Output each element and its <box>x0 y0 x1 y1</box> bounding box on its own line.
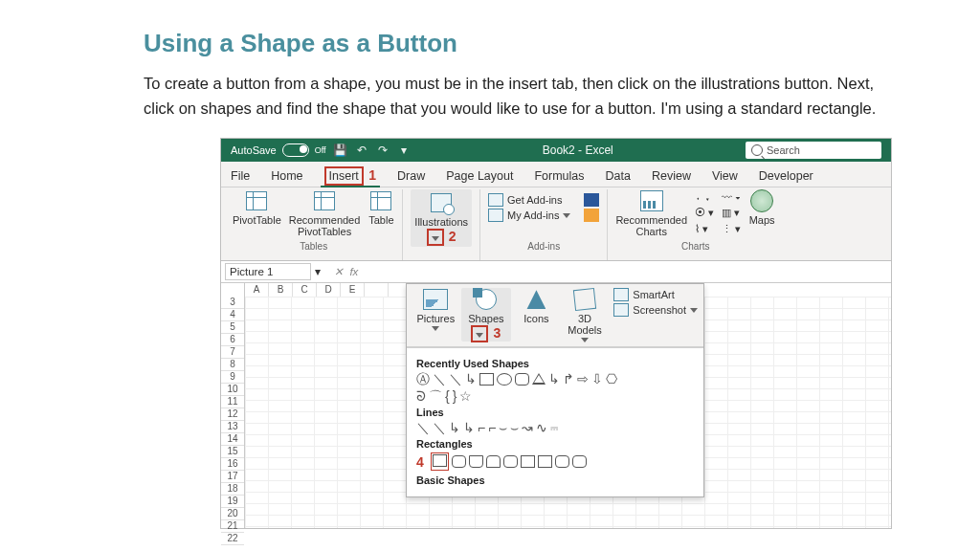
shape-brace-right[interactable]: } <box>453 389 457 403</box>
column-header[interactable]: D <box>317 283 341 297</box>
shape-rounded-rect[interactable] <box>452 455 466 468</box>
autosave-toggle[interactable]: AutoSave Off <box>231 143 326 157</box>
chart-type-button[interactable]: ⋮ ▾ <box>722 223 741 235</box>
shape-scribble[interactable]: ∿ <box>536 421 547 434</box>
shape-line[interactable]: ＼ <box>433 372 446 386</box>
shape-textbox[interactable]: Ⓐ <box>416 372 430 386</box>
smartart-button[interactable]: SmartArt <box>613 288 698 301</box>
shapes-button[interactable]: Shapes 3 <box>461 288 512 341</box>
chart-type-button[interactable]: ▥ ▾ <box>722 207 741 219</box>
row-header[interactable]: 22 <box>221 533 244 545</box>
shape-brace-left[interactable]: { <box>445 389 450 403</box>
redo-icon[interactable]: ↷ <box>376 143 390 157</box>
tab-file[interactable]: File <box>227 165 254 187</box>
row-header[interactable]: 14 <box>221 433 244 446</box>
shape-rounded-rect[interactable] <box>572 455 587 468</box>
shape-rectangle[interactable] <box>431 452 449 471</box>
shape-connector[interactable]: ↳ <box>465 372 477 386</box>
shape-rectangle[interactable] <box>479 373 494 386</box>
row-header[interactable]: 19 <box>221 496 244 508</box>
shape-arrow[interactable]: ↱ <box>563 372 574 386</box>
chart-type-button[interactable]: 〰 ▾ <box>722 191 741 203</box>
qat-more-icon[interactable]: ▾ <box>397 143 411 157</box>
shape-elbow[interactable]: ⌐ <box>488 421 496 434</box>
tab-page-layout[interactable]: Page Layout <box>442 165 517 187</box>
row-header[interactable]: 9 <box>221 371 244 384</box>
shape-rectangle[interactable] <box>521 455 535 468</box>
undo-icon[interactable]: ↶ <box>355 143 368 157</box>
tab-data[interactable]: Data <box>602 165 635 187</box>
column-header[interactable]: A <box>245 283 269 297</box>
row-header[interactable]: 11 <box>221 396 244 408</box>
row-header[interactable]: 15 <box>221 446 244 458</box>
column-header[interactable]: C <box>293 283 317 297</box>
screenshot-button[interactable]: Screenshot <box>613 303 698 317</box>
tab-view[interactable]: View <box>708 165 742 187</box>
shape-star[interactable]: ☆ <box>459 389 472 403</box>
row-header[interactable]: 21 <box>221 520 244 533</box>
tab-developer[interactable]: Developer <box>755 165 817 187</box>
row-header[interactable]: 16 <box>221 458 244 471</box>
row-header[interactable]: 5 <box>221 321 244 334</box>
tab-home[interactable]: Home <box>267 165 306 187</box>
my-addins-button[interactable]: My Add-ins <box>488 209 570 222</box>
row-header[interactable]: 3 <box>221 297 244 309</box>
get-addins-button[interactable]: Get Add-ins <box>488 193 570 207</box>
search-input[interactable]: Search <box>746 142 881 159</box>
maps-button[interactable]: Maps <box>748 189 775 226</box>
recommended-charts-button[interactable]: Recommended Charts <box>615 189 687 237</box>
shape-curve[interactable]: ᘐ <box>416 389 426 403</box>
name-box[interactable]: Picture 1 <box>225 263 311 280</box>
column-header[interactable]: B <box>269 283 293 297</box>
chart-type-button[interactable]: ⦿ ▾ <box>695 207 714 219</box>
shape-rounded-rect[interactable] <box>555 455 569 468</box>
worksheet[interactable]: 345678910111213141516171819202122 ABCDEN… <box>221 283 891 528</box>
shape-connector[interactable]: ↳ <box>463 421 475 434</box>
tab-formulas[interactable]: Formulas <box>530 165 588 187</box>
shape-triangle[interactable] <box>532 373 546 385</box>
row-header[interactable]: 17 <box>221 471 244 483</box>
tab-review[interactable]: Review <box>648 165 695 187</box>
shape-line[interactable]: ＼ <box>433 421 446 434</box>
shape-curve[interactable]: ⌣ <box>499 421 507 434</box>
shape-snip-rect[interactable] <box>469 455 483 468</box>
shape-rectangle[interactable] <box>538 455 552 468</box>
shape-line[interactable]: ＼ <box>416 421 430 434</box>
row-header[interactable]: 10 <box>221 384 244 396</box>
visio-icon[interactable] <box>584 193 599 207</box>
fx-icon[interactable]: ✕ fx <box>334 265 358 278</box>
name-box-dropdown[interactable]: ▾ <box>311 265 324 278</box>
shape-freeform[interactable]: ⎓ <box>550 421 558 434</box>
row-header[interactable]: 12 <box>221 408 244 421</box>
row-header[interactable]: 6 <box>221 334 244 346</box>
shape-connector[interactable]: ↳ <box>449 421 460 434</box>
pivottable-button[interactable]: PivotTable <box>233 189 281 226</box>
shape-rounded-rect[interactable] <box>503 455 518 468</box>
icons-button[interactable]: Icons <box>513 288 560 324</box>
shape-freeform[interactable]: ⌒ <box>429 389 442 403</box>
chart-type-button[interactable]: ⌇ ▾ <box>695 223 714 235</box>
bing-icon[interactable] <box>584 209 599 222</box>
tab-insert[interactable]: Insert 1 <box>321 164 381 187</box>
shape-oval[interactable] <box>497 373 512 386</box>
recommended-pivottables-button[interactable]: Recommended PivotTables <box>289 189 361 237</box>
shape-curve[interactable]: ⌣ <box>510 421 519 434</box>
pictures-button[interactable]: Pictures <box>412 288 459 331</box>
shape-snip-rect[interactable] <box>486 455 501 468</box>
column-header[interactable] <box>365 283 389 297</box>
row-header[interactable]: 4 <box>221 309 244 321</box>
shape-arrow[interactable]: ⇨ <box>577 372 589 386</box>
row-header[interactable]: 18 <box>221 483 244 496</box>
column-header[interactable]: E <box>341 283 365 297</box>
tab-draw[interactable]: Draw <box>393 165 429 187</box>
save-icon[interactable]: 💾 <box>334 143 347 157</box>
shape-line[interactable]: ＼ <box>449 372 462 386</box>
shape-elbow[interactable]: ⌐ <box>478 421 485 434</box>
shape-arrow[interactable]: ⇩ <box>591 372 603 386</box>
shape-connector[interactable]: ↝ <box>522 421 533 434</box>
table-button[interactable]: Table <box>368 189 394 226</box>
3d-models-button[interactable]: 3D Models <box>562 288 609 342</box>
chart-type-button[interactable]: ⬪ ▾ <box>695 191 714 203</box>
illustrations-button[interactable]: Illustrations 2 <box>411 189 472 246</box>
row-header[interactable]: 7 <box>221 346 244 359</box>
